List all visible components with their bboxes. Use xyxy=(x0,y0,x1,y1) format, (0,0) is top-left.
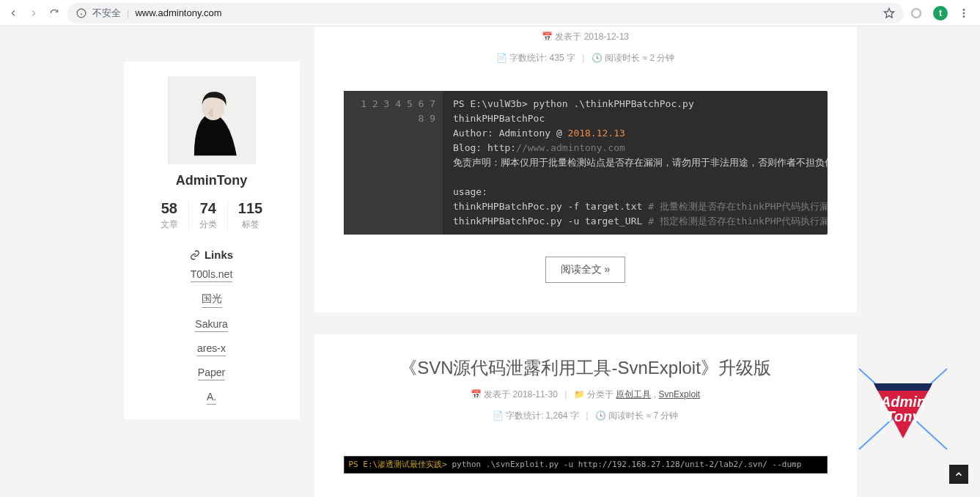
star-icon[interactable] xyxy=(883,7,895,19)
svg-text:Tony: Tony xyxy=(885,408,921,424)
article-meta-line2: 📄 字数统计: 1,264 字 | 🕓 阅读时长 ≈ 7 分钟 xyxy=(344,405,828,427)
insecure-label: 不安全 xyxy=(92,7,121,20)
svg-point-5 xyxy=(963,9,965,11)
url-text: www.admintony.com xyxy=(135,7,221,18)
main-column: 📅 发表于 2018-12-13 📄 字数统计: 435 字 | 🕓 阅读时长 … xyxy=(314,26,857,497)
reload-button[interactable] xyxy=(47,6,62,21)
code-block: 1 2 3 4 5 6 7 8 9 PS E:\vulW3b> python .… xyxy=(344,91,828,235)
article: 📅 发表于 2018-12-13 📄 字数统计: 435 字 | 🕓 阅读时长 … xyxy=(314,26,857,312)
terminal-block: PS E:\渗透测试最佳实践> python .\svnExploit.py -… xyxy=(344,456,828,474)
link-item[interactable]: 国光 xyxy=(202,292,222,308)
link-icon xyxy=(190,250,200,260)
chevron-up-icon xyxy=(954,469,964,479)
address-bar[interactable]: 不安全 | www.admintony.com xyxy=(67,3,904,23)
article-title[interactable]: 《SVN源代码泄露利用工具-SvnExploit》升级版 xyxy=(344,334,828,384)
stat-posts[interactable]: 58 文章 xyxy=(150,200,188,231)
profile-avatar[interactable]: t xyxy=(933,6,948,21)
svg-point-6 xyxy=(963,12,965,14)
info-icon xyxy=(76,8,86,18)
floating-logo: Admin Tony xyxy=(852,361,954,457)
site-name: AdminTony xyxy=(139,173,285,188)
category-link[interactable]: 原创工具 xyxy=(616,389,651,400)
menu-icon[interactable] xyxy=(958,7,970,19)
link-item[interactable]: Paper xyxy=(198,367,225,380)
article-meta-line2: 📄 字数统计: 435 字 | 🕓 阅读时长 ≈ 2 分钟 xyxy=(344,48,828,69)
category-link[interactable]: SvnExploit xyxy=(658,389,700,400)
code-gutter: 1 2 3 4 5 6 7 8 9 xyxy=(344,91,443,235)
article: 《SVN源代码泄露利用工具-SvnExploit》升级版 📅 发表于 2018-… xyxy=(314,334,857,497)
stat-categories[interactable]: 74 分类 xyxy=(188,200,227,231)
link-item[interactable]: ares-x xyxy=(197,342,226,356)
svg-marker-13 xyxy=(874,383,932,391)
svg-text:Admin: Admin xyxy=(880,394,926,410)
browser-toolbar: 不安全 | www.admintony.com t xyxy=(0,0,980,26)
site-avatar xyxy=(168,76,256,164)
svg-point-7 xyxy=(963,15,965,18)
links-heading: Links xyxy=(139,248,285,261)
code-content[interactable]: PS E:\vulW3b> python .\thinkPHPBatchPoc.… xyxy=(443,91,827,235)
article-meta: 📅 发表于 2018-11-30 | 📁 分类于 原创工具 , SvnExplo… xyxy=(344,384,828,405)
link-item[interactable]: T00ls.net xyxy=(191,268,233,282)
article-meta: 📅 发表于 2018-12-13 xyxy=(344,26,828,48)
read-more-button[interactable]: 阅读全文 » xyxy=(545,257,626,283)
sidebar: AdminTony 58 文章 74 分类 115 标签 Links xyxy=(124,62,300,419)
svg-point-4 xyxy=(912,9,921,18)
extension-icon[interactable] xyxy=(910,7,923,20)
svg-marker-3 xyxy=(884,8,894,18)
stat-tags[interactable]: 115 标签 xyxy=(227,200,273,231)
back-button[interactable] xyxy=(6,6,21,21)
link-item[interactable]: A. xyxy=(207,391,216,405)
back-to-top-button[interactable] xyxy=(949,465,968,484)
link-item[interactable]: Sakura xyxy=(195,318,227,332)
forward-button[interactable] xyxy=(26,6,41,21)
page-content: AdminTony 58 文章 74 分类 115 标签 Links xyxy=(0,26,980,497)
